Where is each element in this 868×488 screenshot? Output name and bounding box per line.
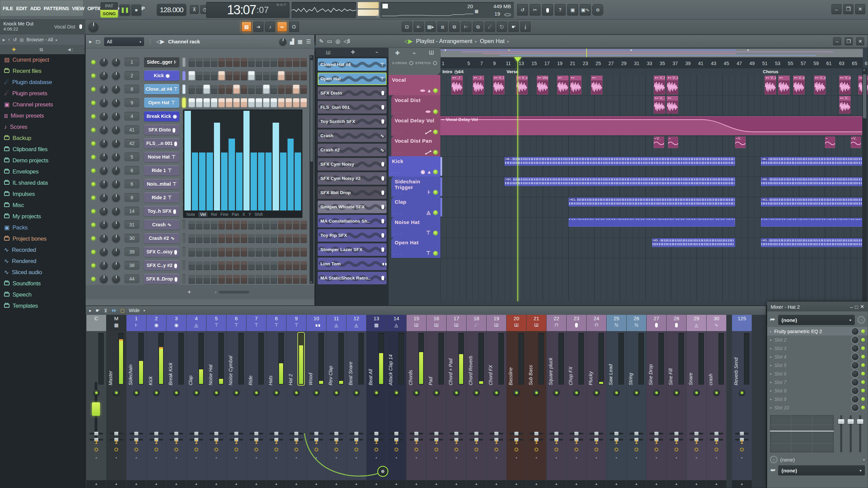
strip-bottom-arrow[interactable]: ▲ bbox=[106, 480, 126, 488]
strip-led-knob[interactable] bbox=[373, 389, 380, 396]
stop-button[interactable]: ■ bbox=[131, 4, 141, 16]
track-enable-led[interactable] bbox=[433, 88, 438, 93]
track-enable-led[interactable] bbox=[433, 231, 438, 235]
corner-auto-icon[interactable]: ⌁ bbox=[413, 50, 416, 56]
step-cell[interactable] bbox=[233, 274, 240, 284]
rack-graph-icon[interactable]: ▟ bbox=[290, 38, 294, 45]
channel-number[interactable]: 38 bbox=[124, 261, 139, 270]
step-cell[interactable] bbox=[211, 234, 217, 243]
step-cell[interactable] bbox=[233, 220, 240, 229]
audio-clip[interactable]: ⊷ V..l bbox=[654, 76, 665, 95]
mixer-strip-chord-reverb[interactable]: 18☄Chord Reverb↥▲ bbox=[467, 315, 486, 488]
browser-title[interactable]: Browser - All bbox=[26, 37, 53, 42]
browser-panel-icon[interactable]: ⧉ bbox=[449, 22, 459, 32]
velocity-bar[interactable] bbox=[258, 152, 264, 210]
step-cell[interactable] bbox=[203, 247, 210, 257]
step-cell[interactable] bbox=[196, 58, 202, 67]
channel-enable-led[interactable] bbox=[91, 263, 96, 268]
step-cell[interactable] bbox=[271, 98, 277, 107]
pan-knob[interactable] bbox=[100, 153, 108, 161]
mixer-strip-chop-fx[interactable]: 23Chop FX↥▲ bbox=[567, 315, 586, 488]
mixer-strip-sidechain[interactable]: 1⊦Sidechain↥▲ bbox=[126, 315, 146, 488]
save-icon[interactable]: ▣ bbox=[567, 4, 578, 16]
strip-led-knob[interactable] bbox=[273, 389, 280, 396]
step-cell[interactable] bbox=[196, 85, 202, 94]
strip-bottom-arrow[interactable]: ▲ bbox=[487, 480, 506, 488]
browser-item[interactable]: ∿Sliced audio bbox=[0, 267, 85, 278]
volume-knob[interactable] bbox=[112, 234, 120, 242]
fx-minimize[interactable]: – bbox=[850, 304, 853, 310]
picker-item[interactable]: SFX Cym Noisy #2 bbox=[318, 172, 387, 185]
step-cell[interactable] bbox=[271, 58, 277, 67]
track-enable-led[interactable] bbox=[433, 251, 438, 256]
pan-knob[interactable] bbox=[100, 207, 108, 215]
strip-slider-a[interactable] bbox=[290, 433, 303, 434]
midi-icon[interactable]: ⌬ bbox=[289, 22, 299, 32]
step-cell[interactable] bbox=[218, 58, 225, 67]
pat-song-toggle[interactable]: PAT SONG bbox=[100, 2, 118, 18]
playlist-icon[interactable]: ≡· bbox=[414, 22, 424, 32]
channel-button[interactable]: Crash #2∿ bbox=[144, 233, 179, 243]
browser-item[interactable]: IL shared data bbox=[0, 177, 85, 188]
stretch-toggle[interactable] bbox=[433, 61, 437, 65]
step-cell[interactable] bbox=[218, 274, 225, 284]
pattern-clip[interactable]: ≡K.. bbox=[505, 157, 735, 166]
step-cell[interactable] bbox=[196, 261, 202, 270]
strip-bottom-arrow[interactable]: ▲ bbox=[226, 480, 246, 488]
graph-tab-x[interactable]: X bbox=[242, 212, 245, 217]
step-cell[interactable] bbox=[278, 261, 284, 270]
picker-item[interactable]: Closed Hat #4⊤ bbox=[318, 58, 387, 71]
step-cell[interactable] bbox=[218, 247, 225, 257]
fx-maximize[interactable]: □ bbox=[855, 304, 858, 310]
pan-knob[interactable] bbox=[100, 126, 108, 134]
pl-select-icon[interactable]: ▭ bbox=[327, 38, 332, 44]
step-cell[interactable] bbox=[226, 85, 232, 94]
browser-item[interactable]: ∿Recorded bbox=[0, 244, 85, 256]
undo-icon[interactable]: ↺ bbox=[517, 4, 528, 16]
fx-slot-knob[interactable] bbox=[852, 387, 859, 394]
step-cell[interactable] bbox=[285, 71, 292, 80]
fx-slot-led[interactable] bbox=[861, 355, 865, 359]
strip-route-arrow[interactable]: ↥ bbox=[394, 439, 399, 445]
mixer-strip-chord-+-pad[interactable]: 17ШChord + Pad↥▲ bbox=[447, 315, 466, 488]
strip-bottom-arrow[interactable]: ▲ bbox=[206, 480, 226, 488]
step-cell[interactable] bbox=[248, 98, 255, 107]
channel-selector[interactable] bbox=[182, 233, 185, 243]
pattern-clip[interactable]: ≡O.. bbox=[652, 238, 735, 247]
strip-bottom-arrow[interactable]: ▲ bbox=[687, 480, 706, 488]
fx-slot-knob[interactable] bbox=[852, 396, 859, 403]
step-cell[interactable] bbox=[300, 98, 307, 107]
strip-route-arrow[interactable]: ↥ bbox=[654, 439, 659, 445]
channel-selector[interactable] bbox=[182, 84, 185, 94]
strip-slider-a[interactable] bbox=[310, 433, 323, 434]
step-cell[interactable] bbox=[271, 261, 277, 270]
pattern-clip[interactable]: ≡K.. bbox=[761, 157, 863, 166]
step-cell[interactable] bbox=[300, 58, 307, 67]
step-cell[interactable] bbox=[293, 58, 299, 67]
mixer-strip-ride[interactable]: 7⊤Ride↥▲ bbox=[246, 315, 266, 488]
channel-button[interactable]: SFX C..oisy bbox=[144, 247, 179, 257]
menu-add[interactable]: ADD bbox=[30, 5, 41, 11]
volume-knob[interactable] bbox=[112, 139, 120, 147]
step-cell[interactable] bbox=[241, 85, 247, 94]
rack-collapse-icon[interactable]: ▸ bbox=[89, 38, 92, 45]
mixer-strip-sine-drop[interactable]: 27Sine Drop↥▲ bbox=[647, 315, 666, 488]
step-grid[interactable] bbox=[189, 234, 308, 243]
help-icon[interactable]: ? bbox=[555, 4, 566, 16]
step-cell[interactable] bbox=[300, 234, 307, 243]
browser-item[interactable]: Clipboard files bbox=[0, 144, 85, 155]
strip-slider-a[interactable] bbox=[510, 433, 523, 434]
fx-output-dropdown[interactable]: (none)▸ bbox=[778, 465, 865, 475]
strip-bottom-arrow[interactable]: ▲ bbox=[86, 480, 106, 488]
browser-item[interactable]: Templates bbox=[0, 300, 85, 311]
timeline-ruler[interactable]: 1579111315171921232527293133353739414345… bbox=[440, 57, 863, 68]
next-icon[interactable]: ➔ bbox=[253, 22, 263, 32]
strip-route-arrow[interactable]: ↥ bbox=[114, 439, 119, 445]
step-cell[interactable] bbox=[226, 58, 232, 67]
strip-route-arrow[interactable]: ↥ bbox=[214, 439, 219, 445]
strip-bottom-arrow[interactable]: ▲ bbox=[307, 480, 326, 488]
strip-slider-a[interactable] bbox=[530, 433, 543, 434]
channel-number[interactable]: 9 bbox=[124, 98, 139, 107]
maximize-button[interactable]: ❐ bbox=[843, 4, 853, 14]
step-cell[interactable] bbox=[196, 247, 202, 257]
